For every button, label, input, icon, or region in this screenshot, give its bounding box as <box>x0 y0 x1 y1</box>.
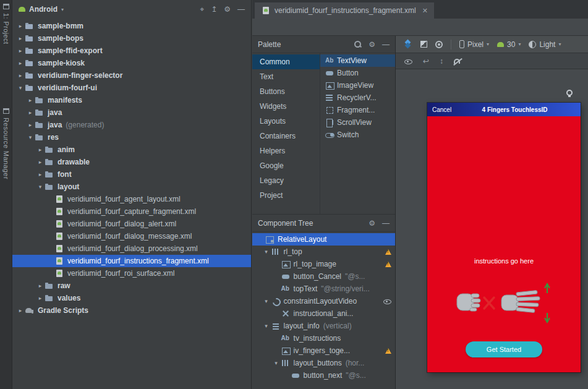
component-tree-row[interactable]: rl_top_image <box>252 258 395 270</box>
palette-category[interactable]: Widgets <box>252 99 320 114</box>
palette-item[interactable]: RecyclerV... <box>320 92 395 104</box>
palette-category[interactable]: Project <box>252 188 320 203</box>
close-tab-icon[interactable]: ✕ <box>422 7 428 15</box>
hide-panel-icon[interactable]: — <box>237 6 245 13</box>
project-tree-row[interactable]: ▸ raw <box>12 280 251 292</box>
tree-chevron-icon[interactable]: ▸ <box>26 109 35 116</box>
preview-cancel-button[interactable]: Cancel <box>427 106 451 113</box>
warning-icon[interactable] <box>385 249 391 255</box>
component-tree-row[interactable]: topText "@string/veri... <box>252 283 395 295</box>
project-tree-row[interactable]: ▸ sample-ffid-export <box>12 45 251 57</box>
view-options-icon[interactable] <box>404 58 412 65</box>
palette-category[interactable]: Text <box>252 69 320 84</box>
palette-category[interactable]: Google <box>252 158 320 173</box>
tree-chevron-icon[interactable]: ▸ <box>16 23 25 29</box>
tree-chevron-icon[interactable]: ▸ <box>16 60 25 66</box>
palette-category[interactable]: Buttons <box>252 84 320 99</box>
component-tree-row[interactable]: button_next "@s... <box>252 369 395 382</box>
component-tree-row[interactable]: RelativeLayout <box>252 233 395 246</box>
project-tree-row[interactable]: veridiumid_fourf_instructions_fragment.x… <box>12 255 251 267</box>
design-canvas[interactable]: Cancel 4 Fingers TouchlessID instruction… <box>396 69 588 389</box>
project-tree-row[interactable]: veridiumid_fourf_roi_surface.xml <box>12 267 251 280</box>
visibility-icon[interactable] <box>383 297 391 305</box>
project-tree-row[interactable]: ▸ sample-bmm <box>12 20 251 32</box>
gear-icon[interactable]: ⚙ <box>369 220 375 227</box>
tree-chevron-icon[interactable]: ▸ <box>36 147 45 153</box>
tree-chevron-icon[interactable]: ▸ <box>16 307 25 314</box>
hands-illustration[interactable] <box>453 281 555 328</box>
locate-file-icon[interactable]: ⌖ <box>200 6 204 13</box>
palette-item[interactable]: Switch <box>320 129 395 141</box>
tree-chevron-icon[interactable]: ▾ <box>36 184 45 190</box>
component-tree-row[interactable]: instructional_ani... <box>252 307 395 320</box>
distribute-icon[interactable]: ↕ <box>440 58 443 65</box>
gear-icon[interactable]: ⚙ <box>369 41 375 48</box>
palette-item[interactable]: Fragment... <box>320 104 395 116</box>
project-view-selector[interactable]: Android <box>29 5 58 14</box>
collapse-all-icon[interactable]: ↥ <box>211 6 217 13</box>
preview-get-started-button[interactable]: Get Started <box>466 341 542 357</box>
warning-icon[interactable] <box>385 348 391 354</box>
component-tree-row[interactable]: iv_fingers_toge... <box>252 344 395 357</box>
color-picker-icon[interactable] <box>435 41 443 48</box>
project-tree-row[interactable]: ▾ veridium-fourf-ui <box>12 82 251 94</box>
tool-button-project[interactable]: 1: Project <box>2 4 10 44</box>
palette-category[interactable]: Legacy <box>252 173 320 188</box>
tree-chevron-icon[interactable]: ▸ <box>36 283 45 289</box>
tree-chevron-icon[interactable]: ▸ <box>36 159 45 165</box>
tree-chevron-icon[interactable]: ▾ <box>262 249 271 255</box>
search-icon[interactable] <box>354 40 362 48</box>
component-tree-row[interactable]: tv_instructions <box>252 332 395 344</box>
palette-item[interactable]: ScrollView <box>320 116 395 129</box>
component-tree-row[interactable]: ▾ rl_top <box>252 246 395 258</box>
palette-category[interactable]: Helpers <box>252 143 320 158</box>
project-tree-row[interactable]: veridiumid_fourf_dialog_message.xml <box>12 230 251 242</box>
project-tree-row[interactable]: ▸ anim <box>12 143 251 156</box>
tree-chevron-icon[interactable]: ▾ <box>262 298 271 304</box>
tree-chevron-icon[interactable]: ▾ <box>272 360 281 366</box>
project-tree-row[interactable]: veridiumid_fourf_dialog_processing.xml <box>12 242 251 255</box>
tree-chevron-icon[interactable]: ▾ <box>16 85 25 91</box>
tree-chevron-icon[interactable]: ▾ <box>262 323 271 329</box>
project-tree-row[interactable]: ▸ java <box>12 106 251 119</box>
component-tree-row[interactable]: ▾ constraintLayoutVideo <box>252 295 395 307</box>
minimize-component-tree-icon[interactable]: — <box>382 220 390 227</box>
project-tree-row[interactable]: ▸ values <box>12 292 251 304</box>
preview-instructions-text[interactable]: instructions go here <box>427 257 581 265</box>
editor-tab[interactable]: veridiumid_fourf_instructions_fragment.x… <box>255 2 434 19</box>
component-tree-row[interactable]: button_Cancel "@s... <box>252 270 395 283</box>
project-tree-row[interactable]: veridiumid_fourf_capture_fragment.xml <box>12 205 251 218</box>
preview-top-bar[interactable]: Cancel 4 Fingers TouchlessID <box>427 103 581 116</box>
tree-chevron-icon[interactable]: ▸ <box>16 72 25 79</box>
design-mode-icon[interactable] <box>404 40 412 49</box>
blueprint-mode-icon[interactable] <box>420 41 427 48</box>
tree-chevron-icon[interactable]: ▸ <box>16 35 25 41</box>
component-tree-row[interactable]: ▾ layout_buttons (hor... <box>252 357 395 369</box>
palette-category[interactable]: Common <box>252 54 320 69</box>
phone-preview[interactable]: Cancel 4 Fingers TouchlessID instruction… <box>427 103 581 372</box>
project-tree-row[interactable]: veridiumid_fourf_agent_layout.xml <box>12 193 251 205</box>
tree-chevron-icon[interactable]: ▾ <box>26 134 35 140</box>
theme-selector[interactable]: Light ▾ <box>529 40 561 49</box>
api-selector[interactable]: 30 ▾ <box>497 40 521 49</box>
undo-icon[interactable]: ↩ <box>423 58 429 65</box>
project-tree-row[interactable]: ▸ veridium-finger-selector <box>12 69 251 82</box>
project-tree-row[interactable]: ▸ font <box>12 168 251 181</box>
gear-icon[interactable]: ⚙ <box>224 6 231 13</box>
component-tree-row[interactable]: ▾ layout_info (vertical) <box>252 320 395 332</box>
tree-chevron-icon[interactable]: ▸ <box>26 97 35 103</box>
palette-item[interactable]: TextView <box>320 54 395 67</box>
lightbulb-icon[interactable] <box>566 90 573 96</box>
project-tree-row[interactable]: ▸ manifests <box>12 94 251 106</box>
autoconnect-icon[interactable] <box>454 59 460 64</box>
project-tree-row[interactable]: ▸ sample-bops <box>12 32 251 45</box>
tree-chevron-icon[interactable]: ▸ <box>36 295 45 301</box>
minimize-palette-icon[interactable]: — <box>382 41 390 48</box>
project-tree-row[interactable]: ▸ java (generated) <box>12 119 251 131</box>
palette-category[interactable]: Layouts <box>252 114 320 129</box>
project-tree-row[interactable]: ▸ sample-kiosk <box>12 57 251 69</box>
project-tree-row[interactable]: veridiumid_fourf_dialog_alert.xml <box>12 218 251 230</box>
project-tree-row[interactable]: ▸ drawable <box>12 156 251 168</box>
project-tree-row[interactable]: ▾ res <box>12 131 251 143</box>
tree-chevron-icon[interactable]: ▸ <box>26 122 35 128</box>
